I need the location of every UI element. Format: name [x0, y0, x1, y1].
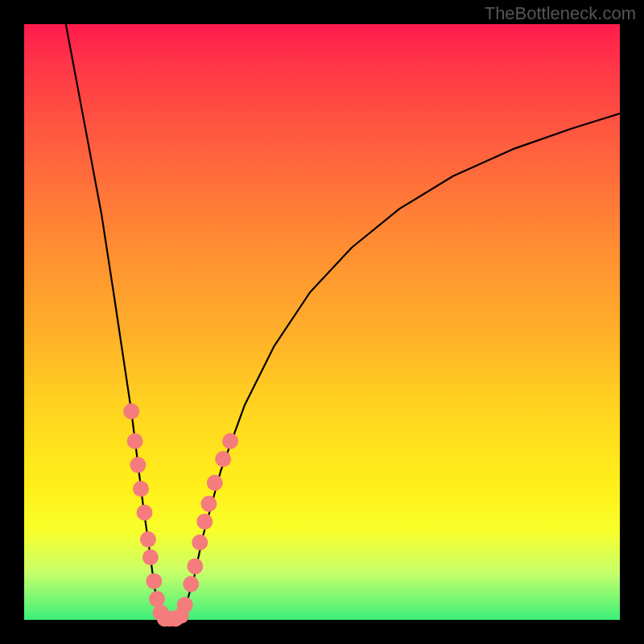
marker-point	[123, 403, 139, 419]
marker-point	[215, 451, 231, 467]
chart-frame: TheBottleneck.com	[0, 0, 644, 644]
watermark-text: TheBottleneck.com	[485, 3, 636, 24]
marker-point	[133, 481, 149, 497]
marker-point	[140, 531, 156, 547]
marker-point	[127, 433, 143, 449]
marker-point	[183, 576, 199, 592]
marker-point	[192, 535, 208, 551]
marker-point	[146, 573, 162, 589]
marker-point	[142, 549, 159, 565]
chart-svg	[24, 24, 620, 620]
marker-point	[177, 597, 193, 613]
marker-point	[149, 591, 165, 607]
marker-group	[123, 403, 238, 627]
marker-point	[200, 496, 217, 512]
marker-point	[196, 514, 213, 530]
marker-point	[207, 475, 223, 491]
marker-point	[136, 505, 152, 521]
curve-line	[66, 24, 620, 620]
plot-area	[24, 24, 620, 620]
marker-point	[187, 558, 203, 574]
marker-point	[222, 433, 238, 449]
marker-point	[130, 457, 146, 473]
